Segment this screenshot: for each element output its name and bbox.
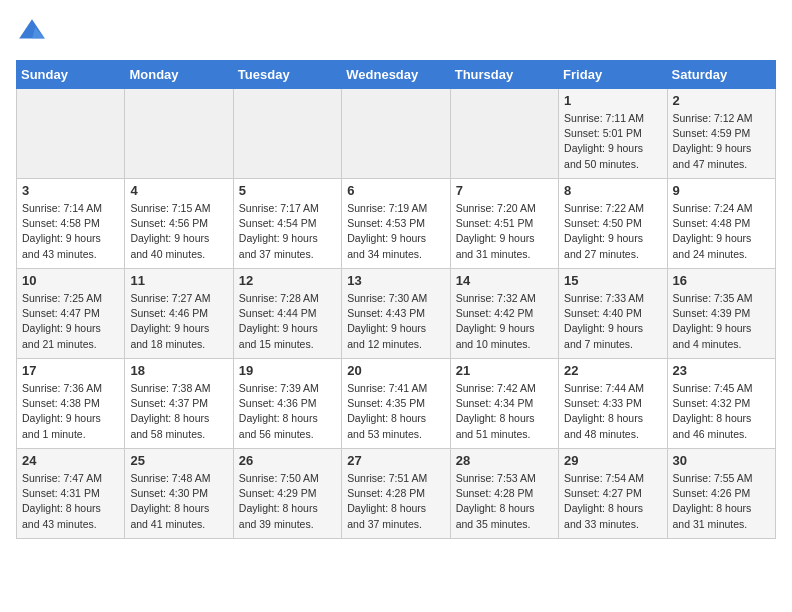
day-info: Sunrise: 7:20 AM Sunset: 4:51 PM Dayligh…	[456, 201, 553, 262]
day-info: Sunrise: 7:28 AM Sunset: 4:44 PM Dayligh…	[239, 291, 336, 352]
calendar-week-3: 10Sunrise: 7:25 AM Sunset: 4:47 PM Dayli…	[17, 269, 776, 359]
day-number: 21	[456, 363, 553, 378]
day-number: 5	[239, 183, 336, 198]
day-info: Sunrise: 7:44 AM Sunset: 4:33 PM Dayligh…	[564, 381, 661, 442]
day-number: 10	[22, 273, 119, 288]
day-info: Sunrise: 7:48 AM Sunset: 4:30 PM Dayligh…	[130, 471, 227, 532]
day-number: 20	[347, 363, 444, 378]
day-info: Sunrise: 7:17 AM Sunset: 4:54 PM Dayligh…	[239, 201, 336, 262]
day-info: Sunrise: 7:53 AM Sunset: 4:28 PM Dayligh…	[456, 471, 553, 532]
day-number: 18	[130, 363, 227, 378]
calendar-table: SundayMondayTuesdayWednesdayThursdayFrid…	[16, 60, 776, 539]
day-info: Sunrise: 7:33 AM Sunset: 4:40 PM Dayligh…	[564, 291, 661, 352]
day-info: Sunrise: 7:30 AM Sunset: 4:43 PM Dayligh…	[347, 291, 444, 352]
calendar-cell: 26Sunrise: 7:50 AM Sunset: 4:29 PM Dayli…	[233, 449, 341, 539]
day-number: 1	[564, 93, 661, 108]
day-number: 14	[456, 273, 553, 288]
calendar-cell: 16Sunrise: 7:35 AM Sunset: 4:39 PM Dayli…	[667, 269, 775, 359]
calendar-cell: 3Sunrise: 7:14 AM Sunset: 4:58 PM Daylig…	[17, 179, 125, 269]
day-number: 19	[239, 363, 336, 378]
calendar-cell: 23Sunrise: 7:45 AM Sunset: 4:32 PM Dayli…	[667, 359, 775, 449]
day-info: Sunrise: 7:42 AM Sunset: 4:34 PM Dayligh…	[456, 381, 553, 442]
page-header	[16, 16, 776, 48]
day-info: Sunrise: 7:15 AM Sunset: 4:56 PM Dayligh…	[130, 201, 227, 262]
day-info: Sunrise: 7:51 AM Sunset: 4:28 PM Dayligh…	[347, 471, 444, 532]
calendar-body: 1Sunrise: 7:11 AM Sunset: 5:01 PM Daylig…	[17, 89, 776, 539]
calendar-cell: 11Sunrise: 7:27 AM Sunset: 4:46 PM Dayli…	[125, 269, 233, 359]
weekday-header-tuesday: Tuesday	[233, 61, 341, 89]
calendar-cell: 6Sunrise: 7:19 AM Sunset: 4:53 PM Daylig…	[342, 179, 450, 269]
day-info: Sunrise: 7:27 AM Sunset: 4:46 PM Dayligh…	[130, 291, 227, 352]
calendar-cell: 22Sunrise: 7:44 AM Sunset: 4:33 PM Dayli…	[559, 359, 667, 449]
day-number: 3	[22, 183, 119, 198]
calendar-cell: 2Sunrise: 7:12 AM Sunset: 4:59 PM Daylig…	[667, 89, 775, 179]
day-info: Sunrise: 7:54 AM Sunset: 4:27 PM Dayligh…	[564, 471, 661, 532]
calendar-week-2: 3Sunrise: 7:14 AM Sunset: 4:58 PM Daylig…	[17, 179, 776, 269]
day-number: 2	[673, 93, 770, 108]
day-number: 23	[673, 363, 770, 378]
day-number: 22	[564, 363, 661, 378]
day-info: Sunrise: 7:19 AM Sunset: 4:53 PM Dayligh…	[347, 201, 444, 262]
calendar-cell: 28Sunrise: 7:53 AM Sunset: 4:28 PM Dayli…	[450, 449, 558, 539]
day-info: Sunrise: 7:45 AM Sunset: 4:32 PM Dayligh…	[673, 381, 770, 442]
calendar-week-1: 1Sunrise: 7:11 AM Sunset: 5:01 PM Daylig…	[17, 89, 776, 179]
day-number: 15	[564, 273, 661, 288]
calendar-cell: 5Sunrise: 7:17 AM Sunset: 4:54 PM Daylig…	[233, 179, 341, 269]
calendar-cell: 15Sunrise: 7:33 AM Sunset: 4:40 PM Dayli…	[559, 269, 667, 359]
day-info: Sunrise: 7:11 AM Sunset: 5:01 PM Dayligh…	[564, 111, 661, 172]
day-number: 30	[673, 453, 770, 468]
calendar-cell: 30Sunrise: 7:55 AM Sunset: 4:26 PM Dayli…	[667, 449, 775, 539]
calendar-week-5: 24Sunrise: 7:47 AM Sunset: 4:31 PM Dayli…	[17, 449, 776, 539]
day-number: 11	[130, 273, 227, 288]
day-number: 12	[239, 273, 336, 288]
day-info: Sunrise: 7:39 AM Sunset: 4:36 PM Dayligh…	[239, 381, 336, 442]
calendar-cell: 7Sunrise: 7:20 AM Sunset: 4:51 PM Daylig…	[450, 179, 558, 269]
weekday-header-saturday: Saturday	[667, 61, 775, 89]
calendar-cell: 19Sunrise: 7:39 AM Sunset: 4:36 PM Dayli…	[233, 359, 341, 449]
calendar-cell: 13Sunrise: 7:30 AM Sunset: 4:43 PM Dayli…	[342, 269, 450, 359]
day-info: Sunrise: 7:24 AM Sunset: 4:48 PM Dayligh…	[673, 201, 770, 262]
calendar-cell	[233, 89, 341, 179]
day-number: 25	[130, 453, 227, 468]
calendar-cell: 8Sunrise: 7:22 AM Sunset: 4:50 PM Daylig…	[559, 179, 667, 269]
calendar-cell: 24Sunrise: 7:47 AM Sunset: 4:31 PM Dayli…	[17, 449, 125, 539]
calendar-cell: 10Sunrise: 7:25 AM Sunset: 4:47 PM Dayli…	[17, 269, 125, 359]
day-info: Sunrise: 7:47 AM Sunset: 4:31 PM Dayligh…	[22, 471, 119, 532]
calendar-cell	[450, 89, 558, 179]
logo-icon	[16, 16, 48, 48]
calendar-cell	[125, 89, 233, 179]
weekday-header-sunday: Sunday	[17, 61, 125, 89]
weekday-header-friday: Friday	[559, 61, 667, 89]
calendar-cell: 4Sunrise: 7:15 AM Sunset: 4:56 PM Daylig…	[125, 179, 233, 269]
day-number: 7	[456, 183, 553, 198]
calendar-cell: 29Sunrise: 7:54 AM Sunset: 4:27 PM Dayli…	[559, 449, 667, 539]
calendar-week-4: 17Sunrise: 7:36 AM Sunset: 4:38 PM Dayli…	[17, 359, 776, 449]
day-number: 24	[22, 453, 119, 468]
calendar-cell: 1Sunrise: 7:11 AM Sunset: 5:01 PM Daylig…	[559, 89, 667, 179]
calendar-cell: 12Sunrise: 7:28 AM Sunset: 4:44 PM Dayli…	[233, 269, 341, 359]
calendar-cell: 9Sunrise: 7:24 AM Sunset: 4:48 PM Daylig…	[667, 179, 775, 269]
calendar-cell: 20Sunrise: 7:41 AM Sunset: 4:35 PM Dayli…	[342, 359, 450, 449]
day-number: 27	[347, 453, 444, 468]
weekday-header-thursday: Thursday	[450, 61, 558, 89]
day-info: Sunrise: 7:25 AM Sunset: 4:47 PM Dayligh…	[22, 291, 119, 352]
day-info: Sunrise: 7:22 AM Sunset: 4:50 PM Dayligh…	[564, 201, 661, 262]
day-number: 9	[673, 183, 770, 198]
weekday-header-row: SundayMondayTuesdayWednesdayThursdayFrid…	[17, 61, 776, 89]
day-info: Sunrise: 7:12 AM Sunset: 4:59 PM Dayligh…	[673, 111, 770, 172]
weekday-header-monday: Monday	[125, 61, 233, 89]
calendar-cell: 25Sunrise: 7:48 AM Sunset: 4:30 PM Dayli…	[125, 449, 233, 539]
day-number: 4	[130, 183, 227, 198]
day-info: Sunrise: 7:32 AM Sunset: 4:42 PM Dayligh…	[456, 291, 553, 352]
day-number: 16	[673, 273, 770, 288]
day-number: 8	[564, 183, 661, 198]
calendar-cell: 21Sunrise: 7:42 AM Sunset: 4:34 PM Dayli…	[450, 359, 558, 449]
day-number: 17	[22, 363, 119, 378]
calendar-cell: 18Sunrise: 7:38 AM Sunset: 4:37 PM Dayli…	[125, 359, 233, 449]
logo	[16, 16, 52, 48]
day-number: 13	[347, 273, 444, 288]
day-number: 28	[456, 453, 553, 468]
calendar-cell: 27Sunrise: 7:51 AM Sunset: 4:28 PM Dayli…	[342, 449, 450, 539]
day-number: 29	[564, 453, 661, 468]
calendar-cell	[17, 89, 125, 179]
